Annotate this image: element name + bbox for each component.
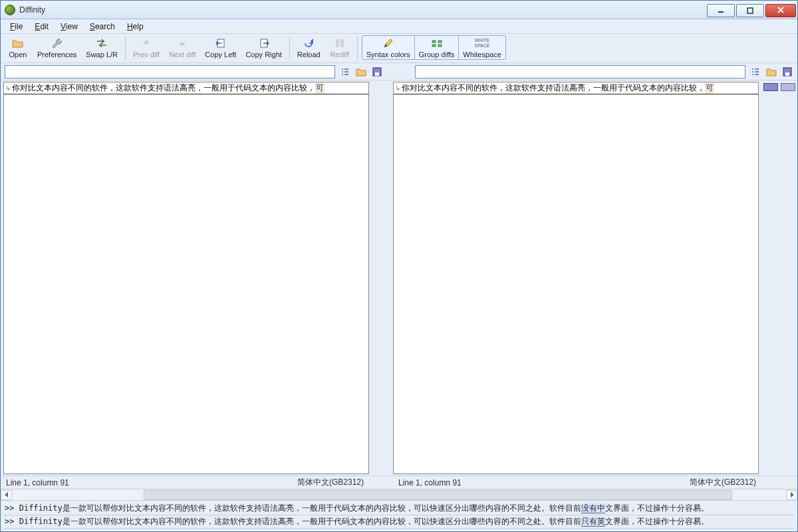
whitespace-icon: WHITESPACE <box>475 37 489 50</box>
menu-search[interactable]: Search <box>84 21 120 33</box>
status-bar: Line 1, column 91 简体中文(GB2312) Line 1, c… <box>1 475 797 489</box>
toolbar: Open Preferences Swap L/R Prev diff Next… <box>1 34 797 63</box>
swap-button[interactable]: Swap L/R <box>81 35 122 60</box>
right-pane[interactable]: ↳ 你对比文本内容不同的软件，这款软件支持语法高亮，一般用于代码文本的内容比较，… <box>393 82 759 474</box>
minimize-button[interactable] <box>707 4 735 17</box>
right-encoding: 简体中文(GB2312) <box>690 477 756 488</box>
wrench-icon <box>51 37 64 50</box>
wrap-marker-icon: ↳ <box>395 84 400 92</box>
copy-left-button[interactable]: Copy Left <box>200 35 241 60</box>
reload-button[interactable]: Reload <box>293 35 325 60</box>
right-open-icon[interactable] <box>765 66 777 78</box>
app-window: Diffinity File Edit View Search Help Ope… <box>0 0 798 532</box>
compare-line-2: >> Diffinity是一款可以帮你对比文本内容不同的软件，这款软件支持语法高… <box>5 515 793 529</box>
compare-line-1: >> Diffinity是一款可以帮你对比文本内容不同的软件，这款软件支持语法高… <box>5 502 793 515</box>
svg-rect-7 <box>340 39 344 47</box>
next-diff-button[interactable]: Next diff <box>164 35 200 60</box>
right-path-input[interactable] <box>415 65 745 78</box>
left-line-1[interactable]: ↳ 你对比文本内容不同的软件，这款软件支持语法高亮，一般用于代码文本的内容比较，… <box>4 82 368 94</box>
wrap-marker-icon: ↳ <box>5 84 11 92</box>
right-cursor-position: Line 1, column 91 <box>398 478 462 487</box>
path-bar <box>1 63 797 80</box>
separator <box>125 37 126 61</box>
window-controls <box>707 3 797 17</box>
reload-icon <box>302 37 315 50</box>
scroll-thumb[interactable] <box>144 490 732 500</box>
svg-rect-9 <box>375 72 379 76</box>
scroll-left-button[interactable] <box>1 490 12 500</box>
copy-right-icon <box>257 37 271 50</box>
preferences-button[interactable]: Preferences <box>33 35 81 60</box>
maximize-button[interactable] <box>736 4 764 17</box>
separator <box>357 37 358 61</box>
menu-help[interactable]: Help <box>122 21 149 33</box>
syntax-colors-toggle[interactable]: Syntax colors <box>362 36 415 59</box>
open-button[interactable]: Open <box>3 35 33 60</box>
diff-highlight: 只有英 <box>581 517 605 527</box>
prev-diff-button[interactable]: Prev diff <box>128 35 164 60</box>
left-diff-char: 可 <box>315 82 325 94</box>
svg-rect-6 <box>336 39 339 47</box>
right-save-icon[interactable] <box>781 66 793 78</box>
copy-left-icon <box>214 37 227 50</box>
folder-open-icon <box>11 37 25 50</box>
whitespace-toggle[interactable]: WHITESPACE Whitespace <box>459 36 505 59</box>
splitter[interactable] <box>369 80 393 475</box>
separator <box>289 37 290 61</box>
titlebar: Diffinity <box>1 1 797 19</box>
menu-view[interactable]: View <box>55 21 83 33</box>
menubar: File Edit View Search Help <box>1 19 797 34</box>
rediff-button[interactable]: Rediff <box>325 35 354 60</box>
menu-file[interactable]: File <box>5 21 28 33</box>
arrow-down-icon <box>176 37 189 50</box>
left-path-input[interactable] <box>5 65 335 78</box>
svg-rect-1 <box>747 8 753 13</box>
copy-right-button[interactable]: Copy Right <box>241 35 286 60</box>
left-save-icon[interactable] <box>371 66 383 78</box>
close-button[interactable] <box>765 4 796 17</box>
left-cursor-position: Line 1, column 91 <box>6 478 69 487</box>
group-icon <box>430 37 444 50</box>
diff-panes: ↳ 你对比文本内容不同的软件，这款软件支持语法高亮，一般用于代码文本的内容比较，… <box>1 80 797 475</box>
right-line-1[interactable]: ↳ 你对比文本内容不同的软件，这款软件支持语法高亮，一般用于代码文本的内容比较，… <box>394 82 758 94</box>
left-open-icon[interactable] <box>355 66 367 78</box>
svg-rect-11 <box>785 72 789 76</box>
right-list-icon[interactable] <box>749 66 761 78</box>
app-icon <box>5 5 15 15</box>
right-diff-char: 可 <box>705 82 714 94</box>
pencil-icon <box>382 37 395 50</box>
diff-highlight: 没有中 <box>581 503 605 513</box>
overview-bar <box>761 80 797 475</box>
horizontal-scrollbar[interactable] <box>1 489 797 500</box>
window-title: Diffinity <box>19 5 45 15</box>
rediff-icon <box>333 37 346 50</box>
view-toggle-group: Syntax colors Group diffs WHITESPACE Whi… <box>362 35 506 60</box>
group-diffs-toggle[interactable]: Group diffs <box>415 36 460 59</box>
overview-marker-right[interactable] <box>781 83 795 91</box>
inline-diff-panel: >> Diffinity是一款可以帮你对比文本内容不同的软件，这款软件支持语法高… <box>1 500 797 531</box>
arrow-up-icon <box>140 37 153 50</box>
swap-icon <box>95 37 108 50</box>
scroll-right-button[interactable] <box>786 490 797 500</box>
scroll-track[interactable] <box>12 490 786 500</box>
left-encoding: 简体中文(GB2312) <box>297 477 364 488</box>
left-list-icon[interactable] <box>339 66 351 78</box>
menu-edit[interactable]: Edit <box>29 21 54 33</box>
overview-marker-left[interactable] <box>763 83 778 91</box>
left-pane[interactable]: ↳ 你对比文本内容不同的软件，这款软件支持语法高亮，一般用于代码文本的内容比较，… <box>3 82 369 474</box>
